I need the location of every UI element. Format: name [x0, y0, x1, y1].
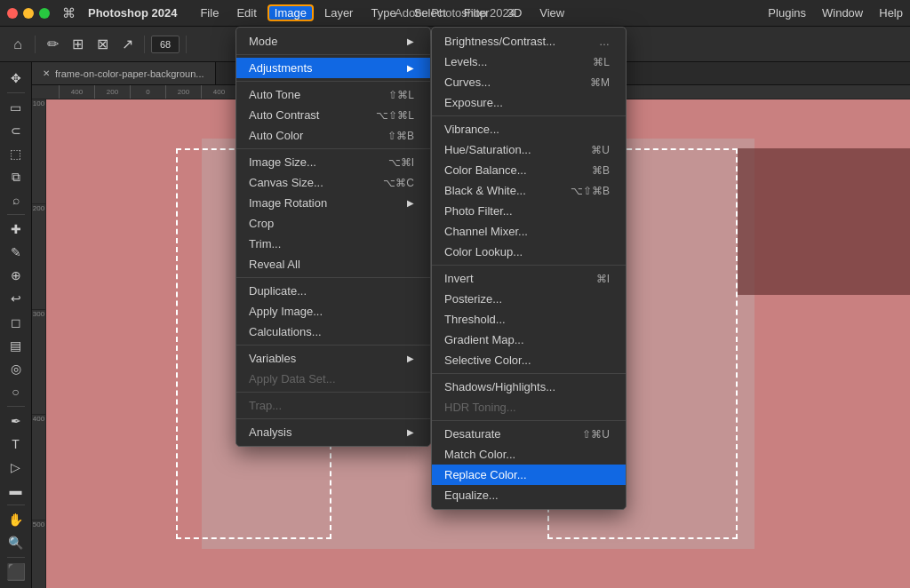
menu-view[interactable]: View — [532, 4, 571, 21]
menu-item-auto-color[interactable]: Auto Color ⇧⌘B — [236, 125, 430, 146]
hand-tool[interactable]: ✋ — [4, 509, 28, 530]
lasso-tool[interactable]: ⊂ — [4, 120, 28, 141]
brush-alt[interactable]: ⊠ — [92, 34, 113, 55]
shape-tool[interactable]: ▬ — [4, 480, 28, 501]
menu-item-equalize[interactable]: Equalize... — [432, 485, 626, 505]
menu-item-replace-color[interactable]: Replace Color... — [432, 465, 626, 485]
menu-item-analysis[interactable]: Analysis ▶ — [236, 422, 430, 442]
menu-item-duplicate[interactable]: Duplicate... — [236, 281, 430, 301]
menu-item-gradient-map[interactable]: Gradient Map... — [432, 330, 626, 350]
menu-item-label: Analysis — [249, 425, 291, 439]
canvas-tab[interactable]: ✕ frame-on-color-paper-backgroun... — [32, 62, 216, 84]
minimize-button[interactable] — [23, 8, 34, 19]
rectangle-select-tool[interactable]: ▭ — [4, 97, 28, 118]
menu-item-trim[interactable]: Trim... — [236, 234, 430, 254]
menu-item-channel-mixer[interactable]: Channel Mixer... — [432, 221, 626, 242]
submenu-arrow-icon: ▶ — [407, 36, 414, 46]
healing-tool[interactable]: ✚ — [4, 219, 28, 240]
menu-item-levels[interactable]: Levels... ⌘L — [432, 52, 626, 72]
menu-plugins[interactable]: Plugins — [768, 6, 806, 20]
dodge-tool[interactable]: ○ — [4, 381, 28, 402]
menu-item-label: Color Lookup... — [444, 245, 523, 258]
menu-item-label: Duplicate... — [249, 284, 307, 298]
menu-window[interactable]: Window — [822, 6, 863, 20]
ruler-v-tick: 100 — [32, 99, 45, 204]
menu-help[interactable]: Help — [879, 6, 903, 20]
text-tool[interactable]: T — [4, 433, 28, 455]
menu-item-apply-image[interactable]: Apply Image... — [236, 301, 430, 322]
foreground-color[interactable]: ⬛ — [4, 561, 28, 583]
eyedropper-tool[interactable]: ⌕ — [4, 189, 28, 211]
menu-item-reveal-all[interactable]: Reveal All — [236, 254, 430, 274]
menu-item-black-white[interactable]: Black & White... ⌥⇧⌘B — [432, 180, 626, 201]
menu-item-photo-filter[interactable]: Photo Filter... — [432, 201, 626, 221]
menu-image[interactable]: Image — [267, 4, 314, 21]
menu-layer[interactable]: Layer — [317, 4, 361, 21]
menu-file[interactable]: File — [193, 4, 226, 21]
menu-item-color-balance[interactable]: Color Balance... ⌘B — [432, 160, 626, 180]
menu-item-curves[interactable]: Curves... ⌘M — [432, 72, 626, 92]
menu-item-label: Adjustments — [249, 61, 313, 75]
path-select-tool[interactable]: ▷ — [4, 457, 28, 478]
submenu-arrow-icon: ▶ — [407, 198, 414, 208]
menu-item-label: Trap... — [249, 399, 282, 412]
clone-tool[interactable]: ⊕ — [4, 265, 28, 286]
menu-item-color-lookup[interactable]: Color Lookup... — [432, 242, 626, 262]
menu-shortcut: ⌥⌘C — [383, 177, 414, 189]
menu-shortcut: ⌘I — [596, 273, 610, 285]
menu-item-match-color[interactable]: Match Color... — [432, 444, 626, 465]
menu-separator — [236, 148, 430, 149]
crop-tool[interactable]: ⧉ — [4, 166, 28, 187]
menu-item-selective-color[interactable]: Selective Color... — [432, 350, 626, 370]
menu-item-auto-contrast[interactable]: Auto Contrast ⌥⇧⌘L — [236, 105, 430, 125]
tab-close-icon[interactable]: ✕ — [43, 68, 50, 78]
menu-item-adjustments[interactable]: Adjustments ▶ — [236, 58, 430, 78]
menu-item-threshold[interactable]: Threshold... — [432, 309, 626, 330]
brush-tool-2[interactable]: ✎ — [4, 242, 28, 263]
menu-item-image-size[interactable]: Image Size... ⌥⌘I — [236, 152, 430, 172]
ruler-v-tick: 400 — [32, 415, 45, 520]
toolbar-separator-3 — [186, 36, 187, 53]
brush-tool[interactable]: ✏ — [42, 34, 63, 55]
menu-shortcut: ⌥⌘I — [388, 156, 414, 169]
menu-item-brightness-contrast[interactable]: Brightness/Contrast... … — [432, 31, 626, 52]
menu-item-mode[interactable]: Mode ▶ — [236, 31, 430, 52]
menu-item-shadows-highlights[interactable]: Shadows/Highlights... — [432, 377, 626, 397]
menu-item-label: Auto Tone — [249, 88, 300, 101]
object-select-tool[interactable]: ⬚ — [4, 143, 28, 164]
zoom-input[interactable] — [151, 36, 180, 53]
close-button[interactable] — [7, 8, 18, 19]
menu-item-calculations[interactable]: Calculations... — [236, 322, 430, 342]
ruler-tick: 400 — [201, 85, 236, 99]
menu-item-variables[interactable]: Variables ▶ — [236, 348, 430, 369]
pen-tool[interactable]: ✒ — [4, 410, 28, 432]
menu-item-label: Auto Contrast — [249, 108, 320, 122]
brush-angle[interactable]: ↗ — [116, 34, 138, 55]
home-button[interactable]: ⌂ — [7, 34, 28, 55]
menu-item-auto-tone[interactable]: Auto Tone ⇧⌘L — [236, 84, 430, 105]
history-brush[interactable]: ↩ — [4, 288, 28, 309]
menu-item-invert[interactable]: Invert ⌘I — [432, 268, 626, 289]
zoom-tool[interactable]: 🔍 — [4, 532, 28, 553]
menu-item-image-rotation[interactable]: Image Rotation ▶ — [236, 193, 430, 213]
menu-item-hue-saturation[interactable]: Hue/Saturation... ⌘U — [432, 139, 626, 160]
dark-area — [738, 148, 910, 295]
menu-item-desaturate[interactable]: Desaturate ⇧⌘U — [432, 424, 626, 444]
blur-tool[interactable]: ◎ — [4, 358, 28, 379]
eraser-tool[interactable]: ◻ — [4, 312, 28, 333]
gradient-tool[interactable]: ▤ — [4, 335, 28, 356]
menu-edit[interactable]: Edit — [229, 4, 263, 21]
menu-item-canvas-size[interactable]: Canvas Size... ⌥⌘C — [236, 172, 430, 193]
menu-item-label: Variables — [249, 352, 296, 365]
menu-item-posterize[interactable]: Posterize... — [432, 289, 626, 309]
move-tool[interactable]: ✥ — [4, 68, 28, 89]
menu-shortcut: … — [599, 36, 610, 48]
menu-item-vibrance[interactable]: Vibrance... — [432, 119, 626, 139]
maximize-button[interactable] — [39, 8, 50, 19]
menu-item-exposure[interactable]: Exposure... — [432, 92, 626, 113]
tool-sep-3 — [7, 406, 25, 407]
brush-options[interactable]: ⊞ — [67, 34, 88, 55]
menu-item-crop[interactable]: Crop — [236, 213, 430, 234]
menu-separator — [236, 81, 430, 82]
apple-logo-icon: ⌘ — [62, 5, 76, 21]
